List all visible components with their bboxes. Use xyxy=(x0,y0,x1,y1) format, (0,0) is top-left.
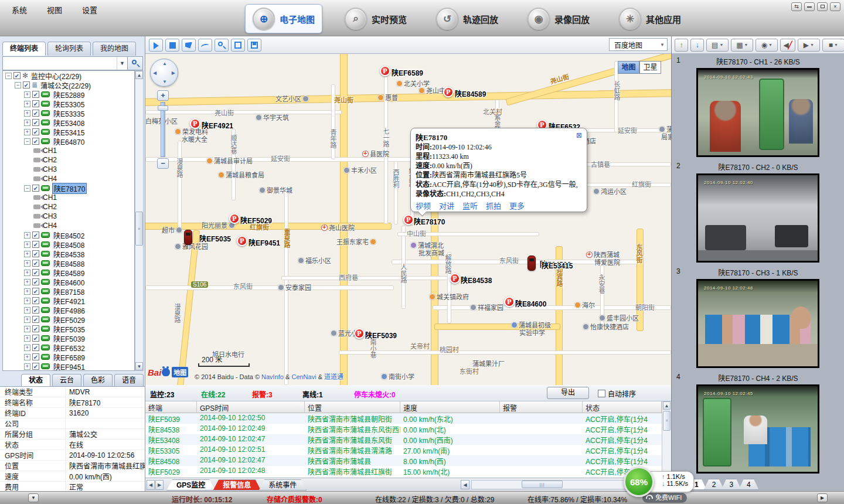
vehicle-marker-icon[interactable]: P xyxy=(380,66,390,76)
vehicle-marker-label[interactable]: 陕EF5035 xyxy=(199,233,231,243)
popup-link-监听[interactable]: 监听 xyxy=(462,200,478,211)
tree-item-label[interactable]: 陕EF4986 xyxy=(52,305,86,315)
video-feed[interactable]: 2014-09-10 12:02:40 xyxy=(696,173,819,263)
expander-icon[interactable]: + xyxy=(24,101,30,107)
expander-icon[interactable]: + xyxy=(24,316,30,323)
tree-item-label[interactable]: 陕EF4921 xyxy=(52,296,86,306)
tree-row[interactable]: −✔✻监控中心(22/29) xyxy=(3,71,134,80)
vehicle-marker-label[interactable]: 陕E84538 xyxy=(461,275,492,285)
tree-row[interactable]: +✔陕EF6532 xyxy=(3,343,134,352)
expander-icon[interactable]: + xyxy=(24,120,30,126)
tree-item-label[interactable]: 陕E84508 xyxy=(52,240,86,250)
map-tool-fit-button[interactable] xyxy=(231,39,245,52)
checkbox-icon[interactable]: ✔ xyxy=(32,250,39,257)
checkbox-icon[interactable]: ✔ xyxy=(32,353,39,360)
column-header-报警[interactable]: 报警 xyxy=(500,401,583,413)
scroll-thumb[interactable]: ||| xyxy=(522,481,563,488)
video-feed[interactable]: 2014-09-10 12:02:43 xyxy=(696,68,819,157)
sidebar-tab-终端列表[interactable]: 终端列表 xyxy=(2,42,46,56)
play-button[interactable]: ▶▼ xyxy=(798,39,820,52)
search-input[interactable] xyxy=(3,57,117,70)
tree-item-label[interactable]: 陕EF5029 xyxy=(52,315,86,325)
tree-row[interactable]: CH4 xyxy=(3,221,134,230)
nav-button-实时预览[interactable]: ⌕实时预览 xyxy=(338,5,414,33)
info-tab-云台[interactable]: 云台 xyxy=(52,374,81,386)
tree-row[interactable]: +✔陕EF4921 xyxy=(3,296,134,305)
tree-row[interactable]: CH2 xyxy=(3,202,134,212)
snapshot-camera-button[interactable]: ◉▼ xyxy=(755,39,778,52)
info-tab-色彩[interactable]: 色彩 xyxy=(83,374,113,386)
checkbox-icon[interactable]: ✔ xyxy=(32,128,39,135)
tree-row[interactable]: +✔陕EF5029 xyxy=(3,315,134,324)
vehicle-marker-icon[interactable]: P xyxy=(190,118,200,129)
tree-row[interactable]: +✔陕EF5035 xyxy=(3,324,134,333)
checkbox-icon[interactable]: ✔ xyxy=(13,72,21,79)
map-tool-polygon-button[interactable] xyxy=(182,39,196,52)
checkbox-icon[interactable]: ✔ xyxy=(32,110,39,117)
column-header-GPS时间[interactable]: GPS时间 xyxy=(197,401,305,413)
tree-item-label[interactable]: 陕E84588 xyxy=(52,258,86,268)
popup-link-抓拍[interactable]: 抓拍 xyxy=(486,200,501,211)
vehicle-marker-label[interactable]: 陕EF9451 xyxy=(249,237,280,247)
tree-item-label[interactable]: 陕E53305 xyxy=(52,99,86,109)
info-tab-语音[interactable]: 语音 xyxy=(114,374,144,386)
checkbox-icon[interactable]: ✔ xyxy=(32,260,39,267)
statusbar-dropdown-icon[interactable]: ▼ xyxy=(28,493,39,502)
monitor-tab-报警信息[interactable]: 报警信息 xyxy=(213,479,261,491)
checkbox-icon[interactable]: ✔ xyxy=(32,100,39,107)
tree-item-label[interactable]: 陕E84502 xyxy=(52,230,86,240)
menu-item-视图[interactable]: 视图 xyxy=(43,3,66,16)
tree-item-label[interactable]: 陕E53335 xyxy=(52,108,86,118)
expander-icon[interactable]: + xyxy=(24,241,30,248)
expander-icon[interactable]: − xyxy=(5,73,12,79)
vehicle-marker-label[interactable]: 陕EF6589 xyxy=(392,67,423,77)
video-page-tab-3[interactable]: 3 xyxy=(721,479,741,490)
checkbox-icon[interactable]: ✔ xyxy=(32,363,39,370)
popup-link-对讲[interactable]: 对讲 xyxy=(439,200,454,211)
stop-button[interactable]: ■▼ xyxy=(822,39,844,52)
expander-icon[interactable]: + xyxy=(24,110,30,117)
nav-button-其他应用[interactable]: ✳其他应用 xyxy=(612,5,688,33)
tree-item-label[interactable]: 陕EF5039 xyxy=(52,333,86,343)
video-page-tab-4[interactable]: 4 xyxy=(738,479,759,490)
mute-speaker-icon[interactable]: ◀╱ xyxy=(780,39,795,52)
expander-icon[interactable]: + xyxy=(24,354,30,360)
column-header-速度[interactable]: 速度 xyxy=(400,401,500,413)
checkbox-icon[interactable]: ✔ xyxy=(32,278,39,285)
map-provider-select[interactable]: 百度地图▼ xyxy=(609,38,668,51)
export-button[interactable]: 导出 xyxy=(547,387,589,399)
tree-item-label[interactable]: 陕E84600 xyxy=(52,277,86,287)
statusbar-expand-icon[interactable]: ▶ xyxy=(817,493,828,502)
menu-item-设置[interactable]: 设置 xyxy=(79,3,101,16)
map-tool-flag-button[interactable] xyxy=(149,39,163,52)
tree-row[interactable]: +✔陕E84588 xyxy=(3,258,134,268)
column-header-位置[interactable]: 位置 xyxy=(305,401,400,413)
pan-left-icon[interactable]: ◀ xyxy=(153,70,156,76)
vehicle-marker-icon[interactable]: P xyxy=(450,273,460,284)
menu-item-系统[interactable]: 系统 xyxy=(8,3,30,16)
tree-item-label[interactable]: 陕E84589 xyxy=(52,268,86,278)
tree-item-label[interactable]: CH4 xyxy=(42,222,58,230)
nav-button-轨迹回放[interactable]: ↺轨迹回放 xyxy=(429,5,505,33)
vehicle-marker-label[interactable]: 陕E84589 xyxy=(455,88,486,98)
vehicle-marker-label[interactable]: 陕E84600 xyxy=(515,298,546,308)
sidebar-tab-轮询列表[interactable]: 轮询列表 xyxy=(47,42,91,56)
scroll-up-icon[interactable]: ▲ xyxy=(663,401,671,410)
performance-badge[interactable]: 68% xyxy=(624,466,654,497)
tree-row[interactable]: +✔陕EF5039 xyxy=(3,333,134,343)
tree-row[interactable]: +✔陕EF6589 xyxy=(3,352,134,362)
checkbox-icon[interactable]: ✔ xyxy=(32,185,39,192)
expander-icon[interactable]: + xyxy=(24,279,30,285)
tree-item-label[interactable]: 陕EF5035 xyxy=(52,324,86,334)
expander-icon[interactable]: + xyxy=(24,345,30,351)
vehicle-marker-icon[interactable]: P xyxy=(237,236,247,246)
video-page-tab-2[interactable]: 2 xyxy=(704,479,724,490)
map-tool-zoom-button[interactable] xyxy=(215,39,229,52)
table-row[interactable]: 陕E534082014-09-10 12:02:47陕西省渭南市蒲城县东风街0.… xyxy=(145,434,671,445)
checkbox-icon[interactable]: ✔ xyxy=(32,288,39,295)
search-button[interactable] xyxy=(127,57,142,70)
checkbox-icon[interactable]: ✔ xyxy=(32,241,39,248)
expander-icon[interactable]: − xyxy=(24,185,30,192)
expander-icon[interactable]: + xyxy=(24,91,30,98)
checkbox-icon[interactable]: ✔ xyxy=(32,335,39,342)
